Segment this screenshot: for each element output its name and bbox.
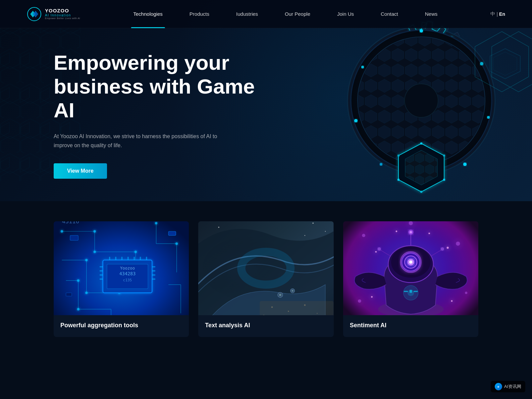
watermark-icon: ★ bbox=[495, 383, 502, 390]
view-more-button[interactable]: View More bbox=[54, 163, 107, 179]
card-title-text-analysis: Text analysis AI bbox=[205, 322, 327, 329]
svg-rect-68 bbox=[100, 266, 103, 268]
svg-point-98 bbox=[271, 306, 273, 308]
svg-rect-97 bbox=[260, 301, 334, 315]
svg-point-55 bbox=[94, 230, 96, 232]
svg-point-122 bbox=[409, 261, 412, 264]
svg-point-94 bbox=[279, 294, 281, 296]
svg-point-62 bbox=[155, 222, 157, 224]
svg-point-139 bbox=[451, 300, 453, 302]
lang-cn[interactable]: 中 bbox=[490, 11, 495, 17]
svg-marker-36 bbox=[492, 32, 532, 92]
logo-icon bbox=[27, 7, 42, 21]
svg-point-16 bbox=[420, 29, 423, 33]
svg-point-100 bbox=[304, 304, 306, 306]
hero-content: Empowering your business with Game AI At… bbox=[0, 51, 255, 179]
svg-point-140 bbox=[395, 231, 397, 232]
svg-rect-71 bbox=[100, 279, 103, 280]
card-label-sentiment: Sentiment AI bbox=[343, 315, 478, 337]
nav-item-products[interactable]: Products bbox=[176, 0, 223, 28]
logo-text: YOOZOO AI Innovation Empower Better Live… bbox=[45, 8, 80, 20]
svg-rect-74 bbox=[152, 274, 155, 276]
svg-point-19 bbox=[463, 163, 467, 166]
card-title-sentiment: Sentiment AI bbox=[350, 322, 472, 329]
watermark: ★ AI资讯网 bbox=[491, 381, 525, 392]
svg-point-18 bbox=[487, 116, 490, 119]
nav-item-our-people[interactable]: Our People bbox=[271, 0, 324, 28]
svg-rect-135 bbox=[414, 291, 418, 292]
watermark-star: ★ bbox=[497, 385, 500, 389]
card-aggregation[interactable]: 434283 c135 Yoozoo 43116 2 Powerful aggr… bbox=[54, 221, 189, 337]
svg-point-34 bbox=[397, 155, 400, 157]
svg-point-96 bbox=[291, 290, 294, 292]
svg-point-107 bbox=[218, 227, 220, 228]
svg-point-105 bbox=[325, 231, 326, 232]
svg-rect-88 bbox=[66, 293, 72, 296]
svg-point-32 bbox=[420, 191, 422, 193]
svg-rect-75 bbox=[152, 279, 155, 280]
nav-item-industries[interactable]: Iudustries bbox=[223, 0, 271, 28]
card-sentiment-ai[interactable]: Sentiment AI bbox=[343, 221, 478, 337]
svg-point-31 bbox=[443, 179, 445, 181]
card-image-circuit: 434283 c135 Yoozoo 43116 2 bbox=[54, 221, 189, 315]
svg-rect-82 bbox=[146, 257, 147, 260]
hero-title: Empowering your business with Game AI bbox=[54, 51, 255, 122]
svg-rect-81 bbox=[140, 257, 141, 260]
hero-description: At Yoozoo AI Innovation, we strive to ha… bbox=[54, 132, 221, 150]
svg-point-33 bbox=[397, 179, 400, 181]
svg-point-29 bbox=[420, 142, 422, 145]
svg-point-126 bbox=[410, 231, 412, 233]
svg-point-141 bbox=[428, 233, 430, 234]
svg-point-138 bbox=[371, 296, 373, 298]
svg-point-21 bbox=[354, 119, 358, 122]
card-image-satellite bbox=[198, 221, 333, 315]
logo-link[interactable]: YOOZOO AI Innovation Empower Better Live… bbox=[27, 7, 80, 21]
svg-point-111 bbox=[362, 234, 365, 237]
satellite-svg bbox=[198, 221, 333, 315]
hex-edge-right bbox=[472, 28, 532, 95]
svg-point-99 bbox=[288, 310, 289, 312]
cards-section: 434283 c135 Yoozoo 43116 2 Powerful aggr… bbox=[0, 201, 532, 364]
svg-point-54 bbox=[61, 230, 63, 232]
navbar: YOOZOO AI Innovation Empower Better Live… bbox=[0, 0, 532, 28]
svg-point-113 bbox=[465, 292, 467, 294]
svg-point-20 bbox=[380, 163, 382, 166]
svg-rect-86 bbox=[70, 235, 78, 240]
card-title-aggregation: Powerful aggregation tools bbox=[60, 322, 182, 329]
brand-tagline: Empower Better Lives with AI bbox=[45, 17, 80, 20]
svg-point-64 bbox=[77, 279, 79, 282]
svg-point-57 bbox=[135, 250, 137, 253]
nav-links: Technologies Products Iudustries Our Peo… bbox=[120, 0, 451, 28]
svg-point-114 bbox=[358, 299, 361, 303]
svg-point-65 bbox=[77, 308, 79, 310]
svg-point-130 bbox=[441, 247, 444, 251]
nav-item-join-us[interactable]: Join Us bbox=[324, 0, 367, 28]
card-text-analysis[interactable]: Text analysis AI bbox=[198, 221, 333, 337]
svg-point-137 bbox=[446, 247, 448, 249]
svg-point-128 bbox=[377, 247, 381, 251]
svg-rect-133 bbox=[404, 291, 408, 292]
language-switcher: 中 | En bbox=[490, 11, 505, 17]
svg-rect-78 bbox=[121, 257, 123, 260]
nav-item-technologies[interactable]: Technologies bbox=[120, 0, 176, 28]
svg-point-136 bbox=[375, 251, 377, 253]
cards-grid: 434283 c135 Yoozoo 43116 2 Powerful aggr… bbox=[54, 221, 478, 337]
lang-en[interactable]: En bbox=[499, 11, 505, 17]
svg-marker-35 bbox=[475, 32, 529, 92]
svg-rect-69 bbox=[100, 270, 103, 272]
watermark-text: AI资讯网 bbox=[504, 384, 521, 390]
nav-item-contact[interactable]: Contact bbox=[367, 0, 412, 28]
svg-point-115 bbox=[409, 221, 413, 225]
lang-separator: | bbox=[496, 11, 498, 17]
svg-point-101 bbox=[317, 313, 318, 314]
svg-rect-76 bbox=[109, 257, 110, 260]
svg-rect-80 bbox=[134, 257, 135, 260]
svg-rect-87 bbox=[168, 231, 176, 235]
robot-svg bbox=[343, 221, 478, 315]
svg-point-23 bbox=[405, 84, 438, 117]
svg-point-112 bbox=[456, 242, 460, 246]
nav-item-news[interactable]: News bbox=[412, 0, 451, 28]
circuit-svg: 434283 c135 Yoozoo 43116 2 bbox=[54, 221, 189, 315]
brand-sub: AI Innovation bbox=[45, 13, 80, 17]
card-label-text-analysis: Text analysis AI bbox=[198, 315, 333, 337]
